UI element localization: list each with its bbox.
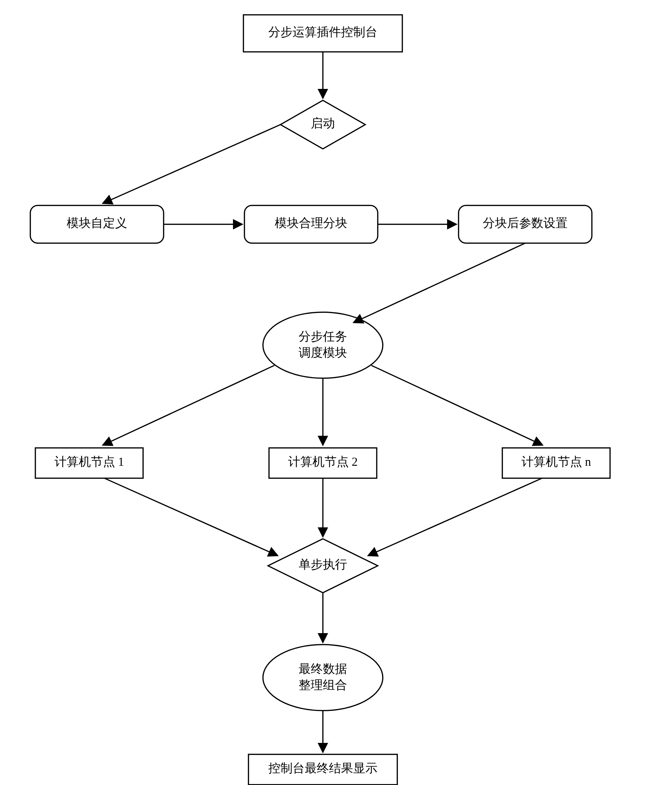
params-label: 分块后参数设置: [483, 216, 567, 230]
noden-box: 计算机节点 n: [502, 448, 610, 478]
sched-ellipse: 分步任务 调度模块: [263, 312, 383, 378]
custom-label: 模块自定义: [67, 216, 127, 230]
sched-label-1: 分步任务: [298, 330, 347, 343]
noden-label: 计算机节点 n: [522, 455, 591, 468]
custom-box: 模块自定义: [30, 205, 164, 243]
arrow-sched-noden: [371, 365, 543, 445]
svg-point-5: [263, 312, 383, 378]
merge-label-2: 整理组合: [298, 678, 347, 692]
step-label: 单步执行: [298, 558, 347, 571]
params-box: 分块后参数设置: [459, 205, 592, 243]
split-label: 模块合理分块: [275, 216, 347, 230]
result-label: 控制台最终结果显示: [268, 762, 377, 775]
arrow-params-sched: [353, 243, 525, 323]
node2-label: 计算机节点 2: [288, 455, 358, 468]
result-box: 控制台最终结果显示: [248, 754, 397, 785]
arrow-start-custom: [103, 125, 280, 203]
console-label: 分步运算插件控制台: [268, 25, 377, 39]
sched-label-2: 调度模块: [298, 346, 347, 359]
node1-box: 计算机节点 1: [35, 448, 143, 478]
node2-box: 计算机节点 2: [269, 448, 377, 478]
svg-point-10: [263, 644, 383, 711]
node1-label: 计算机节点 1: [55, 455, 124, 468]
arrow-sched-node1: [103, 365, 274, 445]
arrow-noden-step: [368, 478, 542, 556]
start-diamond: 启动: [280, 100, 365, 149]
merge-ellipse: 最终数据 整理组合: [263, 644, 383, 711]
merge-label-1: 最终数据: [298, 662, 347, 676]
arrow-node1-step: [105, 478, 278, 556]
start-label: 启动: [311, 117, 335, 130]
step-diamond: 单步执行: [268, 539, 378, 593]
split-box: 模块合理分块: [244, 205, 378, 243]
console-box: 分步运算插件控制台: [244, 15, 402, 52]
